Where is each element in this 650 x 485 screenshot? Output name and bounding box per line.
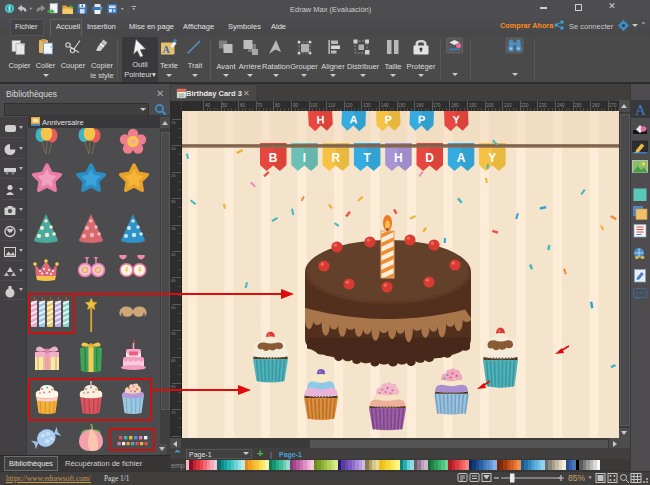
svg-text:B: B <box>269 151 278 165</box>
svg-text:85%: 85% <box>568 473 585 483</box>
svg-text:H: H <box>316 113 325 125</box>
svg-text:R: R <box>331 151 340 165</box>
svg-text:A: A <box>162 44 170 55</box>
svg-text:Y: Y <box>488 151 496 165</box>
svg-text:T: T <box>363 151 371 165</box>
svg-text:P: P <box>418 113 426 125</box>
svg-text:P: P <box>384 113 392 125</box>
svg-text:H: H <box>394 151 403 165</box>
svg-text:Y: Y <box>452 113 460 125</box>
svg-text:I: I <box>303 151 306 165</box>
svg-text:D: D <box>425 151 434 165</box>
svg-text:A: A <box>457 151 466 165</box>
svg-text:A: A <box>349 113 357 125</box>
svg-text:A: A <box>635 102 646 118</box>
